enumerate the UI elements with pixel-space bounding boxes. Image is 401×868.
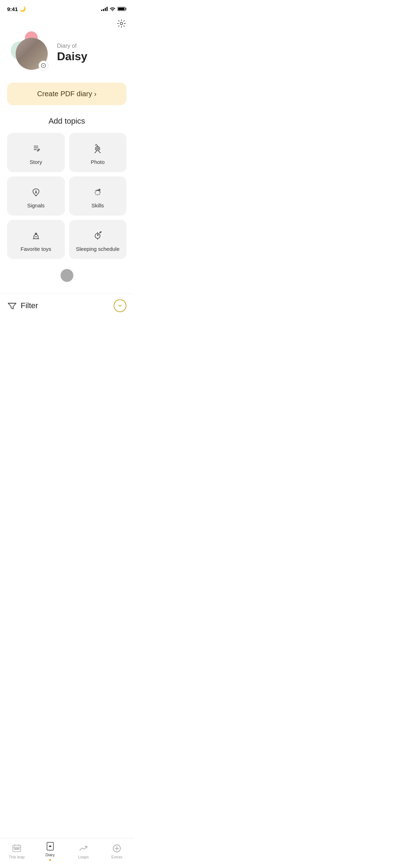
add-topics-title: Add topics	[0, 117, 134, 126]
topic-card-skills[interactable]: Skills	[69, 176, 127, 216]
signal-icon	[101, 7, 108, 11]
pdf-banner-text: Create PDF diary ›	[37, 90, 97, 98]
svg-point-14	[35, 233, 36, 234]
settings-button[interactable]	[116, 19, 126, 29]
story-icon	[30, 143, 42, 155]
status-icons	[101, 7, 126, 11]
signals-label: Signals	[27, 202, 45, 208]
filter-left: Filter	[7, 301, 38, 311]
svg-point-9	[95, 146, 100, 151]
favorite-toys-icon	[30, 229, 42, 242]
status-bar: 9:41 🌙	[0, 0, 134, 16]
skills-label: Skills	[92, 202, 104, 208]
topics-grid: Story Photo	[0, 133, 134, 259]
moon-icon: 🌙	[19, 6, 26, 12]
topic-card-sleeping-schedule[interactable]: Sleeping schedule	[69, 220, 127, 259]
pagination-dot	[61, 269, 73, 282]
status-time: 9:41 🌙	[7, 6, 26, 12]
wifi-icon	[110, 7, 115, 11]
svg-point-10	[97, 148, 99, 149]
profile-section: Diary of Daisy	[0, 31, 134, 83]
profile-text: Diary of Daisy	[57, 43, 87, 63]
topic-card-signals[interactable]: Signals	[7, 176, 65, 216]
edit-avatar-button[interactable]	[38, 61, 48, 71]
topic-card-photo[interactable]: Photo	[69, 133, 127, 172]
filter-label: Filter	[21, 301, 38, 310]
svg-rect-2	[118, 8, 125, 10]
diary-of-label: Diary of	[57, 43, 87, 49]
sleeping-schedule-icon	[91, 229, 104, 242]
photo-icon	[91, 143, 104, 155]
skills-icon	[91, 186, 104, 199]
signals-icon	[30, 186, 42, 199]
avatar-container	[11, 31, 50, 74]
topic-card-favorite-toys[interactable]: Favorite toys	[7, 220, 65, 259]
pagination	[0, 269, 134, 282]
battery-icon	[118, 7, 126, 11]
topic-card-story[interactable]: Story	[7, 133, 65, 172]
filter-icon	[7, 301, 17, 311]
create-pdf-button[interactable]: Create PDF diary ›	[7, 83, 126, 105]
header-area	[0, 16, 134, 31]
profile-name: Daisy	[57, 50, 87, 63]
svg-rect-1	[126, 8, 126, 10]
photo-label: Photo	[91, 159, 105, 165]
sleeping-schedule-label: Sleeping schedule	[76, 246, 120, 252]
svg-point-3	[120, 22, 123, 25]
story-label: Story	[30, 159, 42, 165]
favorite-toys-label: Favorite toys	[21, 246, 51, 252]
filter-section: Filter	[0, 293, 134, 318]
filter-chevron-button[interactable]	[114, 299, 126, 312]
